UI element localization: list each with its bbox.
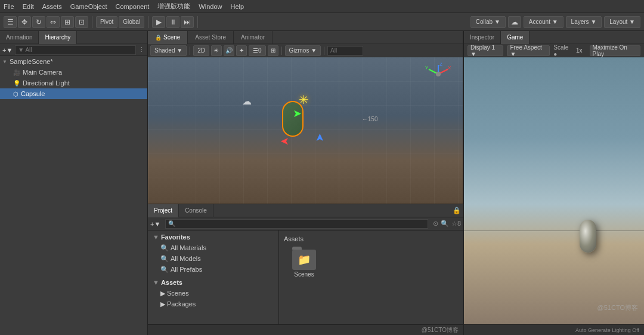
lighting-icon[interactable]: ☀ [211,45,222,56]
tab-scene[interactable]: 🔒 Scene [148,31,188,44]
scene-layers-btn[interactable]: ☰0 [249,45,266,56]
menu-assets[interactable]: Assets [42,3,62,10]
menu-window[interactable]: Window [199,3,222,10]
scenes-folder-asset[interactable]: 📁 Scenes [286,250,322,278]
shading-dropdown[interactable]: Shaded ▼ [150,45,187,56]
audio-icon[interactable]: 🔊 [224,45,234,56]
inspector-toolbar: Display 1 ▼ Free Aspect ▼ Scale ● 1x Max… [464,44,644,57]
favorites-header[interactable]: ▼ Favorites [148,232,278,242]
packages-label: Packages [167,300,196,308]
hierarchy-scene[interactable]: ▼ SampleScene* [0,56,147,67]
folder-icon: 📁 [292,250,316,270]
hierarchy-capsule[interactable]: ⬡ Capsule [0,88,147,99]
hierarchy-camera[interactable]: 🎥 Main Camera [0,67,147,78]
pause-button[interactable]: ⏸ [166,16,179,28]
play-button[interactable]: ▶ [152,16,165,28]
tab-asset-store[interactable]: Asset Store [188,31,234,44]
bottom-settings[interactable]: ☆8 [451,220,461,228]
account-button[interactable]: Account ▼ [524,16,564,28]
panel-lock-icon[interactable]: 🔒 [453,207,461,214]
assets-area: Assets 📁 Scenes [279,230,463,324]
hierarchy-more[interactable]: ⋮ [138,46,145,54]
menu-bar: File Edit Assets GameObject Component 增强… [0,0,644,13]
arrow-green-icon: ➤ [293,107,302,120]
maximize-btn[interactable]: Maximize On Play [590,45,640,56]
proj-scenes[interactable]: ▶ Scenes [148,288,278,299]
svg-point-6 [436,72,441,76]
add-asset-btn[interactable]: +▼ [150,220,160,228]
search-filter-btn[interactable]: ⊙ [433,220,438,228]
models-label: All Models [171,255,201,262]
scene-tab-label: Scene [163,34,180,41]
gizmos-btn[interactable]: Gizmos ▼ [285,45,321,56]
scenes-folder-icon: ▶ [160,290,165,297]
tool-buttons: ☰ ✥ ↻ ⇔ ⊞ ⊡ [4,16,92,28]
tab-project[interactable]: Project [148,204,179,217]
search-icon[interactable]: 🔍 [441,220,449,228]
proj-packages[interactable]: ▶ Packages [148,299,278,309]
game-watermark: @51CTO博客 [597,303,638,312]
favorites-arrow: ▼ [153,233,159,241]
xyz-gizmo: X Y Z [425,62,452,87]
svg-text:Z: Z [439,62,442,67]
tab-animation[interactable]: Animation [0,31,39,44]
move-tool[interactable]: ✥ [18,16,31,28]
menu-edit[interactable]: Edit [23,3,34,10]
collab-button[interactable]: Collab ▼ [470,16,506,28]
prefabs-label: All Prefabs [171,266,202,273]
svg-text:Y: Y [425,65,429,70]
watermark-text: @51CTO博客 [422,326,459,334]
scene-arrow: ▼ [2,59,7,64]
menu-gameobject[interactable]: GameObject [70,3,107,10]
favorites-label: Favorites [161,233,190,241]
asset-search[interactable] [165,219,428,229]
light-icon: 💡 [13,80,20,87]
mode-2d-btn[interactable]: 2D [193,45,209,56]
proj-all-models[interactable]: 🔍 All Models [148,253,278,264]
game-view[interactable]: @51CTO博客 [464,57,644,324]
xyz-gizmo-svg: X Y Z [425,62,452,86]
step-button[interactable]: ⏭ [181,16,194,28]
menu-component[interactable]: Component [115,3,149,10]
game-status-text: Auto Generate Lighting Off [575,327,639,333]
scale-tool[interactable]: ⇔ [47,16,60,28]
hand-tool[interactable]: ☰ [4,16,17,28]
separator-1 [190,47,190,55]
proj-all-materials[interactable]: 🔍 All Materials [148,242,278,253]
menu-help[interactable]: Help [230,3,244,10]
hierarchy-add-btn[interactable]: +▼ [2,47,13,54]
play-controls: ▶ ⏸ ⏭ [152,16,198,28]
hierarchy-search[interactable] [15,45,136,55]
layers-button[interactable]: Layers ▼ [566,16,602,28]
menu-enhanced[interactable]: 增强版功能 [157,2,190,11]
tab-animator[interactable]: Animator [234,31,273,44]
layout-button[interactable]: Layout ▼ [604,16,640,28]
scale-label: Scale ● [553,44,572,57]
transform-tool[interactable]: ⊡ [75,16,88,28]
proj-all-prefabs[interactable]: 🔍 All Prefabs [148,264,278,275]
scenes-label: Scenes [167,290,189,297]
pivot-button[interactable]: Pivot [96,16,117,28]
models-icon: 🔍 [160,255,169,263]
tab-hierarchy[interactable]: Hierarchy [39,31,77,44]
rect-tool[interactable]: ⊞ [61,16,74,28]
fx-icon[interactable]: ✦ [236,45,247,56]
tab-console[interactable]: Console [179,204,213,217]
tab-inspector[interactable]: Inspector [464,31,501,44]
camera-icon: 🎥 [13,69,20,76]
assets-header[interactable]: ▼ Assets [148,277,278,288]
bottom-panel: Project Console 🔒 +▼ ⊙ 🔍 ☆8 ▼ Favorites [148,204,463,335]
tab-game[interactable]: Game [501,31,530,44]
bottom-content: ▼ Favorites 🔍 All Materials 🔍 All Models [148,230,463,324]
display-dropdown[interactable]: Display 1 ▼ [467,45,503,56]
grid-icon[interactable]: ⊞ [268,45,278,56]
menu-file[interactable]: File [4,3,14,10]
cloud-button[interactable]: ☁ [508,16,521,28]
aspect-dropdown[interactable]: Free Aspect ▼ [507,45,550,56]
game-status: Auto Generate Lighting Off [464,324,644,335]
scene-search[interactable] [327,46,363,56]
scene-view[interactable]: ☁ ✳ ➤ ➤ ➤ ←150 X [148,57,463,204]
hierarchy-light[interactable]: 💡 Directional Light [0,78,147,88]
rotate-tool[interactable]: ↻ [32,16,45,28]
global-button[interactable]: Global [119,16,144,28]
